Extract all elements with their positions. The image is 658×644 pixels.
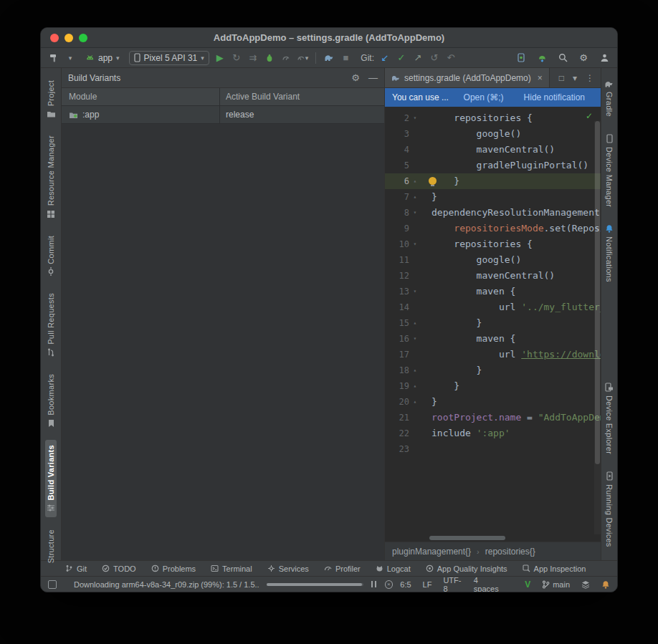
- tool-window-button-pull-requests[interactable]: Pull Requests: [45, 288, 57, 362]
- code-line-20[interactable]: 20▴}: [385, 394, 601, 410]
- sdk-manager-icon[interactable]: [536, 51, 548, 65]
- ideavim-icon[interactable]: V: [525, 580, 530, 590]
- panel-settings-gear-icon[interactable]: ⚙: [351, 72, 360, 83]
- tool-window-button-running-devices[interactable]: Running Devices: [604, 466, 615, 552]
- undo-icon[interactable]: ↶: [445, 51, 457, 65]
- search-everywhere-icon[interactable]: [557, 51, 568, 65]
- intention-bulb-icon[interactable]: [429, 177, 437, 185]
- code-line-10[interactable]: 10▾ repositories {: [385, 236, 601, 252]
- tool-button-profiler[interactable]: Profiler: [324, 564, 361, 573]
- git-branch-widget[interactable]: main: [542, 580, 570, 589]
- fold-marker-icon[interactable]: ▴: [409, 315, 421, 331]
- fold-marker-icon[interactable]: ▴: [409, 189, 421, 205]
- line-separator-widget[interactable]: LF: [423, 580, 432, 589]
- debug-button[interactable]: [264, 51, 275, 65]
- tab-list-chevron-icon[interactable]: ▾: [573, 73, 577, 83]
- profile-low-overhead-icon[interactable]: ▾: [297, 51, 309, 65]
- breadcrumb-item[interactable]: repositories{}: [485, 547, 535, 557]
- tool-button-todo[interactable]: TODO: [102, 564, 136, 573]
- fold-marker-icon[interactable]: ▾: [409, 236, 421, 252]
- run-configuration-selector[interactable]: app ▾: [81, 52, 124, 64]
- code-line-22[interactable]: 22include ':app': [385, 426, 601, 441]
- device-selector[interactable]: Pixel 5 API 31 ▾: [129, 51, 209, 65]
- fold-marker-icon[interactable]: ▴: [409, 362, 421, 378]
- code-line-4[interactable]: 4 mavenCentral(): [385, 142, 601, 158]
- inspections-ok-icon[interactable]: ✓: [586, 111, 593, 121]
- push-icon[interactable]: ↗: [412, 51, 424, 65]
- code-line-17[interactable]: 17 url 'https://downloa: [385, 347, 601, 362]
- zoom-window-button[interactable]: [79, 34, 87, 42]
- profiler-icon[interactable]: [280, 51, 292, 65]
- fold-marker-icon[interactable]: ▾: [409, 205, 421, 221]
- notification-open-link[interactable]: Open (⌘;): [464, 92, 504, 102]
- window-titlebar[interactable]: AddToAppDemo – settings.gradle (AddToApp…: [41, 28, 617, 48]
- code-line-19[interactable]: 19▴ }: [385, 378, 601, 394]
- fold-marker-icon[interactable]: ▴: [409, 378, 421, 394]
- fold-marker-icon[interactable]: ▾: [409, 110, 421, 126]
- update-project-icon[interactable]: ↙: [379, 51, 391, 65]
- horizontal-scrollbar[interactable]: [385, 534, 601, 542]
- history-icon[interactable]: ↺: [429, 51, 440, 65]
- tool-window-button-resource-manager[interactable]: Resource Manager: [45, 130, 57, 223]
- tool-button-git[interactable]: Git: [65, 564, 87, 573]
- horizontal-scrollbar-thumb[interactable]: [429, 536, 505, 540]
- build-options-chevron-icon[interactable]: ▾: [65, 51, 76, 65]
- encoding-widget[interactable]: UTF-8: [443, 576, 462, 593]
- fold-marker-icon[interactable]: ▴: [409, 173, 421, 189]
- split-editor-icon[interactable]: □: [559, 73, 564, 83]
- tool-button-terminal[interactable]: Terminal: [211, 564, 252, 573]
- run-button[interactable]: ▶: [214, 51, 226, 65]
- minimize-window-button[interactable]: [65, 34, 73, 42]
- tool-button-problems[interactable]: Problems: [151, 564, 196, 573]
- tool-windows-toggle-icon[interactable]: [48, 580, 57, 589]
- code-line-15[interactable]: 15▴ }: [385, 315, 601, 331]
- profile-avatar-icon[interactable]: [599, 51, 610, 65]
- notification-hide-link[interactable]: Hide notification: [524, 92, 585, 102]
- code-line-6[interactable]: 6▴ }: [385, 173, 601, 189]
- code-line-13[interactable]: 13▾ maven {: [385, 284, 601, 299]
- code-line-14[interactable]: 14 url '../my_flutter_m: [385, 299, 601, 315]
- code-line-11[interactable]: 11 google(): [385, 252, 601, 268]
- tool-window-button-project[interactable]: Project: [45, 75, 57, 123]
- vertical-scrollbar[interactable]: [594, 121, 601, 534]
- pause-progress-icon[interactable]: [371, 581, 378, 587]
- layers-icon[interactable]: [581, 580, 590, 589]
- code-line-16[interactable]: 16▾ maven {: [385, 331, 601, 347]
- tool-window-button-gradle[interactable]: Gradle: [603, 75, 616, 122]
- code-line-7[interactable]: 7▴}: [385, 189, 601, 205]
- code-line-2[interactable]: 2▾ repositories {: [385, 110, 601, 126]
- tab-settings-gradle[interactable]: settings.gradle (AddToAppDemo) ×: [385, 68, 550, 87]
- code-line-8[interactable]: 8▾dependencyResolutionManagement {: [385, 205, 601, 221]
- editor-options-icon[interactable]: ⋮: [586, 73, 594, 83]
- stop-button[interactable]: ■: [340, 51, 351, 65]
- tool-window-button-commit[interactable]: Commit: [45, 231, 57, 282]
- tool-window-button-build-variants[interactable]: Build Variants: [45, 440, 57, 518]
- close-window-button[interactable]: [50, 34, 59, 42]
- tool-button-app-inspection[interactable]: App Inspection: [523, 564, 586, 573]
- tool-button-services[interactable]: Services: [267, 564, 309, 573]
- apply-code-changes-icon[interactable]: ⇉: [247, 51, 259, 65]
- avd-manager-icon[interactable]: [515, 51, 527, 65]
- settings-gear-icon[interactable]: ⚙: [578, 51, 589, 65]
- vertical-scrollbar-thumb[interactable]: [595, 121, 600, 464]
- breadcrumb-item[interactable]: pluginManagement{}: [392, 547, 471, 557]
- commit-button-icon[interactable]: ✓: [396, 51, 407, 65]
- indent-widget[interactable]: 4 spaces: [474, 576, 500, 593]
- tool-window-button-device-explorer[interactable]: Device Explorer: [604, 378, 615, 459]
- code-line-21[interactable]: 21rootProject.name = "AddToAppDem: [385, 410, 601, 426]
- code-line-9[interactable]: 9 repositoriesMode.set(Reposito: [385, 221, 601, 236]
- tool-button-app-quality-insights[interactable]: App Quality Insights: [426, 564, 507, 573]
- cancel-progress-icon[interactable]: ×: [385, 580, 394, 589]
- build-hammer-icon[interactable]: [48, 51, 59, 65]
- code-line-23[interactable]: 23: [385, 441, 601, 457]
- event-log-bell-icon[interactable]: [601, 580, 610, 589]
- code-line-18[interactable]: 18▴ }: [385, 362, 601, 378]
- tool-window-button-device-manager[interactable]: Device Manager: [604, 129, 615, 212]
- code-line-5[interactable]: 5 gradlePluginPortal(): [385, 158, 601, 173]
- code-editor[interactable]: 2▾ repositories {3 google()4 mavenCentra…: [385, 107, 601, 534]
- code-line-12[interactable]: 12 mavenCentral(): [385, 268, 601, 284]
- build-variants-header[interactable]: Build Variants ⚙ —: [62, 68, 384, 88]
- panel-hide-icon[interactable]: —: [368, 72, 378, 83]
- sync-gradle-icon[interactable]: [323, 51, 335, 65]
- fold-marker-icon[interactable]: ▾: [409, 284, 421, 299]
